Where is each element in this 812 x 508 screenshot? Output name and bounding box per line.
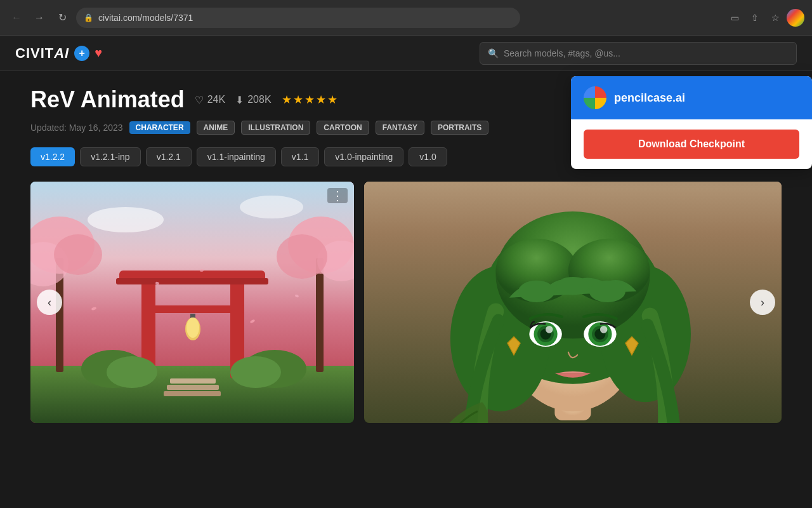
version-tab-v10[interactable]: v1.0 (409, 147, 447, 166)
tag-anime[interactable]: ANIME (197, 121, 235, 135)
svg-point-5 (54, 234, 102, 275)
images-grid: ⋮ ‹ (30, 182, 782, 423)
popup-header: pencilcase.ai (571, 76, 812, 119)
back-button[interactable]: ← (8, 9, 25, 27)
version-tab-v122[interactable]: v1.2.2 (30, 147, 75, 166)
image-card-temple[interactable]: ⋮ ‹ (30, 182, 354, 423)
lock-icon: 🔒 (84, 13, 93, 22)
popup-logo-icon (584, 86, 606, 109)
update-date: Updated: May 16, 2023 (30, 123, 123, 133)
tag-illustration[interactable]: ILLUSTRATION (241, 121, 310, 135)
tag-fantasy[interactable]: FANTASY (376, 121, 424, 135)
site-header: CIVITAI + ♥ 🔍 Search models, #tags, @us.… (0, 36, 812, 71)
model-stats: ♡ 24K ⬇ 208K ★ ★ ★ ★ ★ (195, 93, 337, 107)
star-5: ★ (327, 93, 337, 107)
share-button[interactable]: ⇧ (746, 9, 764, 27)
popup-body: Download Checkpoint (571, 119, 812, 169)
svg-rect-16 (141, 305, 244, 313)
next-image-button[interactable]: › (750, 290, 775, 315)
svg-point-43 (556, 277, 589, 295)
svg-point-44 (589, 281, 625, 302)
tag-cartoon[interactable]: CARTOON (317, 121, 369, 135)
download-icon: ⬇ (235, 94, 244, 106)
cast-button[interactable]: ▭ (726, 9, 743, 27)
star-rating: ★ ★ ★ ★ ★ (282, 93, 337, 107)
tag-character[interactable]: CHARACTER (129, 121, 190, 134)
version-tab-v10inpainting[interactable]: v1.0-inpainting (324, 147, 403, 166)
svg-point-11 (240, 196, 303, 218)
model-title: ReV Animated (30, 86, 185, 113)
downloads-stat: ⬇ 208K (235, 94, 271, 106)
version-tab-v121[interactable]: v1.2.1 (146, 147, 192, 166)
star-4: ★ (316, 93, 326, 107)
svg-point-49 (546, 326, 553, 333)
browser-actions: ▭ ⇧ ☆ (726, 9, 804, 27)
svg-rect-22 (164, 391, 221, 396)
svg-point-54 (600, 326, 607, 333)
svg-point-42 (518, 281, 554, 302)
version-tab-v121inp[interactable]: v1.2.1-inp (80, 147, 140, 166)
svg-rect-15 (116, 278, 268, 284)
version-tab-v11[interactable]: v1.1 (281, 147, 319, 166)
more-options-button[interactable]: ⋮ (327, 188, 348, 203)
search-icon: 🔍 (488, 48, 499, 58)
refresh-button[interactable]: ↻ (53, 9, 71, 27)
prev-image-button[interactable]: ‹ (37, 290, 62, 315)
url-text: civitai.com/models/7371 (98, 13, 193, 23)
svg-point-19 (187, 318, 199, 338)
search-placeholder: Search models, #tags, @us... (504, 48, 620, 58)
downloads-count: 208K (247, 94, 271, 105)
page-content: CIVITAI + ♥ 🔍 Search models, #tags, @us.… (0, 36, 812, 508)
svg-rect-6 (316, 258, 324, 372)
tag-portraits[interactable]: PORTRAITS (431, 121, 488, 135)
star-1: ★ (282, 93, 292, 107)
logo-heart-icon[interactable]: ♥ (95, 46, 102, 60)
svg-point-10 (88, 207, 164, 232)
star-3: ★ (304, 93, 315, 107)
svg-point-9 (277, 234, 327, 279)
profile-button[interactable] (787, 9, 804, 27)
download-checkpoint-button[interactable]: Download Checkpoint (584, 130, 799, 159)
svg-point-26 (230, 356, 281, 388)
star-2: ★ (293, 93, 303, 107)
browser-chrome: ← → ↻ 🔒 civitai.com/models/7371 ▭ ⇧ ☆ (0, 0, 812, 36)
svg-rect-20 (170, 378, 216, 384)
logo: CIVITAI + ♥ (15, 45, 102, 62)
svg-point-25 (107, 356, 157, 388)
heart-icon: ♡ (195, 94, 204, 106)
forward-button[interactable]: → (30, 9, 48, 27)
extension-popup: pencilcase.ai Download Checkpoint (571, 76, 812, 169)
address-bar[interactable]: 🔒 civitai.com/models/7371 (76, 8, 520, 28)
temple-illustration (30, 182, 354, 423)
image-card-character[interactable]: › (364, 182, 782, 423)
character-illustration (364, 182, 782, 423)
svg-rect-21 (167, 385, 219, 390)
version-tab-v11inpainting[interactable]: v1.1-inpainting (197, 147, 276, 166)
popup-site-name: pencilcase.ai (614, 91, 685, 105)
likes-count: 24K (207, 94, 225, 105)
likes-stat: ♡ 24K (195, 94, 225, 106)
logo-plus-button[interactable]: + (74, 46, 89, 61)
bookmark-button[interactable]: ☆ (766, 9, 784, 27)
logo-text: CIVITAI (15, 45, 69, 62)
search-bar[interactable]: 🔍 Search models, #tags, @us... (480, 42, 797, 65)
